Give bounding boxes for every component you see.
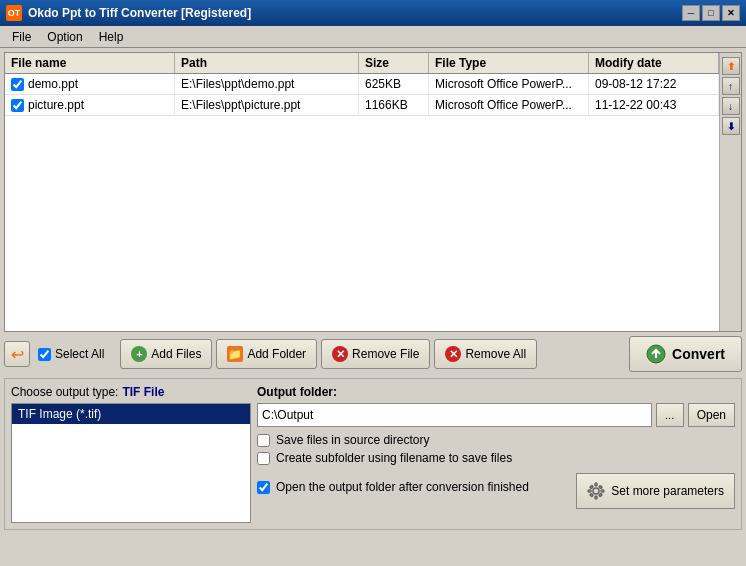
main-container: File name Path Size File Type Modify dat… (0, 48, 746, 566)
svg-rect-6 (590, 485, 594, 489)
cell-path-1: E:\Files\ppt\picture.ppt (175, 95, 359, 115)
open-after-label: Open the output folder after conversion … (276, 480, 529, 494)
output-type-panel: Choose output type: TIF File TIF Image (… (11, 385, 251, 523)
row-checkbox-0[interactable] (11, 78, 24, 91)
lower-section: Choose output type: TIF File TIF Image (… (4, 378, 742, 530)
menu-file[interactable]: File (4, 28, 39, 46)
create-subfolder-row: Create subfolder using filename to save … (257, 451, 735, 465)
svg-rect-8 (590, 493, 594, 497)
scroll-buttons: ⬆ ↑ ↓ ⬇ (719, 53, 741, 331)
cell-size-1: 1166KB (359, 95, 429, 115)
svg-rect-7 (599, 485, 603, 489)
col-filename: File name (5, 53, 175, 73)
window-controls: ─ □ ✕ (682, 5, 740, 21)
cell-filename-1: picture.ppt (5, 95, 175, 115)
scroll-down-button[interactable]: ↓ (722, 97, 740, 115)
select-all-area: Select All (38, 347, 104, 361)
set-params-label: Set more parameters (611, 484, 724, 498)
open-after-row: Open the output folder after conversion … (257, 480, 529, 494)
remove-all-button[interactable]: ✕ Remove All (434, 339, 537, 369)
add-files-button[interactable]: + Add Files (120, 339, 212, 369)
menu-option[interactable]: Option (39, 28, 90, 46)
add-folder-icon: 📁 (227, 346, 243, 362)
cell-filename-0: demo.ppt (5, 74, 175, 94)
remove-all-icon: ✕ (445, 346, 461, 362)
window-title: Okdo Ppt to Tiff Converter [Registered] (28, 6, 251, 20)
output-type-text: Choose output type: (11, 385, 118, 399)
add-folder-button[interactable]: 📁 Add Folder (216, 339, 317, 369)
remove-file-label: Remove File (352, 347, 419, 361)
table-header: File name Path Size File Type Modify dat… (5, 53, 719, 74)
col-size: Size (359, 53, 429, 73)
back-button[interactable]: ↩ (4, 341, 30, 367)
scroll-bottom-button[interactable]: ⬇ (722, 117, 740, 135)
gear-icon (587, 482, 605, 500)
back-icon: ↩ (11, 345, 24, 364)
scroll-top-button[interactable]: ⬆ (722, 57, 740, 75)
convert-button[interactable]: Convert (629, 336, 742, 372)
select-all-checkbox[interactable] (38, 348, 51, 361)
table-row: demo.ppt E:\Files\ppt\demo.ppt 625KB Mic… (5, 74, 719, 95)
add-files-label: Add Files (151, 347, 201, 361)
svg-rect-9 (599, 493, 603, 497)
close-button[interactable]: ✕ (722, 5, 740, 21)
remove-all-label: Remove All (465, 347, 526, 361)
cell-type-0: Microsoft Office PowerP... (429, 74, 589, 94)
maximize-button[interactable]: □ (702, 5, 720, 21)
save-source-checkbox[interactable] (257, 434, 270, 447)
cell-date-0: 09-08-12 17:22 (589, 74, 719, 94)
set-params-button[interactable]: Set more parameters (576, 473, 735, 509)
convert-label: Convert (672, 346, 725, 362)
col-filetype: File Type (429, 53, 589, 73)
col-modifydate: Modify date (589, 53, 719, 73)
open-after-checkbox[interactable] (257, 481, 270, 494)
folder-browse-button[interactable]: ... (656, 403, 684, 427)
app-icon: OT (6, 5, 22, 21)
cell-date-1: 11-12-22 00:43 (589, 95, 719, 115)
output-type-label-row: Choose output type: TIF File (11, 385, 251, 399)
scroll-up-button[interactable]: ↑ (722, 77, 740, 95)
add-folder-label: Add Folder (247, 347, 306, 361)
filename-1: picture.ppt (28, 98, 84, 112)
file-table-container: File name Path Size File Type Modify dat… (4, 52, 742, 332)
filename-0: demo.ppt (28, 77, 78, 91)
add-files-icon: + (131, 346, 147, 362)
output-type-list[interactable]: TIF Image (*.tif) (11, 403, 251, 523)
create-subfolder-label: Create subfolder using filename to save … (276, 451, 512, 465)
output-folder-panel: Output folder: ... Open Save files in so… (257, 385, 735, 523)
save-source-label: Save files in source directory (276, 433, 429, 447)
svg-rect-2 (595, 483, 597, 486)
select-all-label: Select All (55, 347, 104, 361)
title-bar: OT Okdo Ppt to Tiff Converter [Registere… (0, 0, 746, 26)
row-checkbox-1[interactable] (11, 99, 24, 112)
table-body: demo.ppt E:\Files\ppt\demo.ppt 625KB Mic… (5, 74, 719, 330)
table-row: picture.ppt E:\Files\ppt\picture.ppt 116… (5, 95, 719, 116)
menu-help[interactable]: Help (91, 28, 132, 46)
svg-rect-4 (588, 490, 591, 492)
menu-bar: File Option Help (0, 26, 746, 48)
table-inner: File name Path Size File Type Modify dat… (5, 53, 719, 331)
minimize-button[interactable]: ─ (682, 5, 700, 21)
col-path: Path (175, 53, 359, 73)
cell-size-0: 625KB (359, 74, 429, 94)
folder-path-input[interactable] (257, 403, 652, 427)
cell-type-1: Microsoft Office PowerP... (429, 95, 589, 115)
create-subfolder-checkbox[interactable] (257, 452, 270, 465)
folder-row: ... Open (257, 403, 735, 427)
cell-path-0: E:\Files\ppt\demo.ppt (175, 74, 359, 94)
folder-open-button[interactable]: Open (688, 403, 735, 427)
remove-file-icon: ✕ (332, 346, 348, 362)
output-list-item-0[interactable]: TIF Image (*.tif) (12, 404, 250, 424)
convert-icon (646, 344, 666, 364)
output-type-current: TIF File (122, 385, 164, 399)
output-folder-label: Output folder: (257, 385, 735, 399)
svg-point-1 (593, 488, 599, 494)
svg-rect-3 (595, 496, 597, 499)
remove-file-button[interactable]: ✕ Remove File (321, 339, 430, 369)
toolbar: ↩ Select All + Add Files 📁 Add Folder ✕ … (4, 336, 742, 372)
svg-rect-5 (601, 490, 604, 492)
save-source-row: Save files in source directory (257, 433, 735, 447)
